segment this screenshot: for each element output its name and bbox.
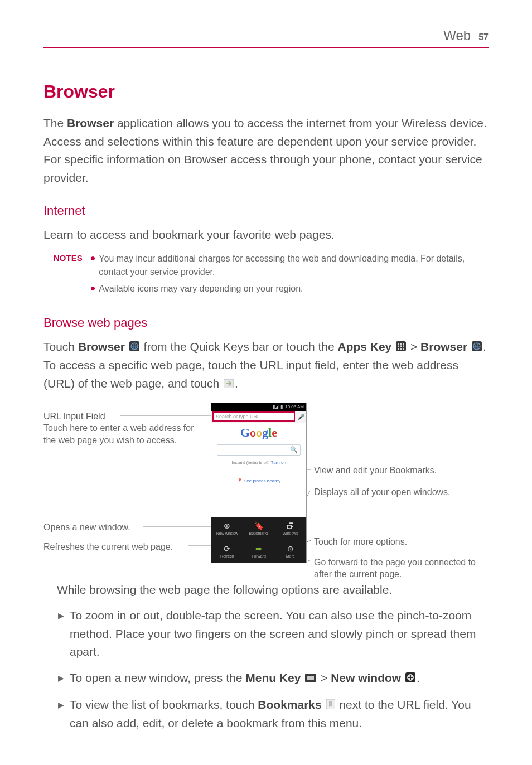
text: To view the list of bookmarks, touch [70,698,258,711]
search-icon: 🔍 [290,446,298,453]
triangle-bullet-icon: ▶ [58,607,64,661]
google-logo: Google [211,423,306,440]
instant-link[interactable]: Turn on [271,460,286,465]
callout-new-window: Opens a new window. [43,521,130,534]
notes-list: ● You may incur additional charges for a… [90,252,489,299]
list-item: ▶ To open a new window, press the Menu K… [58,669,489,688]
svg-rect-6 [398,345,399,347]
note-item: ● Available icons may vary depending on … [90,282,489,296]
places-link[interactable]: 📍 See places nearby [211,478,306,483]
note-text: You may incur additional charges for acc… [99,252,489,279]
menu-forward[interactable]: ➡Forward [243,540,275,563]
phone-mock: ▮◢ ▮ 10:03 AM Search or type URL 🎤 Googl… [211,403,307,563]
internet-body: Learn to access and bookmark your favori… [43,226,489,244]
plus-circle-icon: ⊕ [224,521,230,530]
note-text: Available icons may vary depending on yo… [99,282,303,296]
phone-content: Google 🔍 Instant (beta) is off. Turn on … [211,423,306,518]
svg-rect-9 [398,348,399,350]
go-arrow-icon [224,375,234,394]
browser-globe-icon [129,338,139,357]
svg-rect-11 [403,348,404,350]
bookmark-ribbon-icon [326,696,335,715]
svg-rect-7 [400,345,402,347]
signal-icon: ▮◢ [273,404,278,409]
svg-rect-5 [403,343,404,345]
svg-rect-8 [403,345,404,347]
callout-title: URL Input Field [43,410,209,423]
pin-icon: 📍 [237,478,243,483]
callout-bookmarks: View and edit your Bookmarks. [314,464,437,477]
list-text: To open a new window, press the Menu Key… [70,669,489,688]
list-item: ▶ To zoom in or out, double-tap the scre… [58,607,489,661]
notes-block: NOTES ● You may incur additional charges… [54,252,489,299]
instant-text: Instant (beta) is off. Turn on [211,460,306,465]
menu-more[interactable]: ⊙More [274,540,306,563]
text: Instant (beta) is off. [231,460,270,465]
phone-bottom-menu: ⊕New window 🔖Bookmarks 🗗Windows ⟳Refresh… [211,517,306,563]
svg-rect-24 [307,676,314,677]
keyword-browser: Browser [67,117,114,129]
heading-internet: Internet [43,204,489,218]
new-window-icon [405,670,415,688]
keyword-apps-key: Apps Key [337,340,391,353]
label: More [286,554,295,558]
keyword-browser: Browser [78,340,125,353]
forward-arrow-icon: ➡ [255,544,262,553]
phone-url-bar: Search or type URL 🎤 [211,411,306,423]
svg-rect-26 [307,679,314,680]
text: . [235,377,238,390]
label: Bookmarks [249,531,269,535]
note-item: ● You may incur additional charges for a… [90,252,489,279]
text: See places nearby [244,478,280,483]
battery-icon: ▮ [280,404,283,409]
svg-rect-4 [400,343,402,345]
header-page-number: 57 [478,32,489,42]
page-title: Browser [43,81,489,102]
callout-refresh: Refreshes the current web page. [43,541,173,553]
bookmark-icon: 🔖 [254,521,264,530]
bullet-icon: ● [90,252,96,279]
windows-icon: 🗗 [287,521,294,530]
keyword-new-window: New window [331,671,401,684]
apps-grid-icon [396,338,406,357]
search-box[interactable]: 🔍 [217,444,301,456]
label: Windows [282,531,298,535]
phone-status-bar: ▮◢ ▮ 10:03 AM [211,403,306,411]
status-time: 10:03 AM [285,404,304,409]
header-section: Web [443,28,471,43]
keyword-menu-key: Menu Key [245,671,301,684]
svg-rect-3 [398,343,399,345]
callout-windows: Displays all of your open windows. [314,486,451,498]
label: New window [216,531,238,535]
list-text: To zoom in or out, double-tap the screen… [70,607,489,661]
svg-rect-25 [307,677,314,679]
menu-windows[interactable]: 🗗Windows [274,517,306,540]
text: > [321,671,331,684]
callout-body: Touch here to enter a web address for th… [43,422,209,446]
keyword-bookmarks: Bookmarks [258,698,321,711]
text: > [410,340,420,353]
menu-new-window[interactable]: ⊕New window [211,517,243,540]
triangle-bullet-icon: ▶ [58,669,64,688]
label: Refresh [220,554,234,558]
bullet-icon: ● [90,282,96,296]
triangle-bullet-icon: ▶ [58,696,64,733]
text: from the Quick Keys bar or touch the [144,340,338,353]
mic-icon[interactable]: 🎤 [296,411,306,422]
text: . [417,671,420,684]
menu-refresh[interactable]: ⟳Refresh [211,540,243,563]
text: The [43,117,67,129]
page-header: Web 57 [43,28,489,48]
menu-bookmarks[interactable]: 🔖Bookmarks [243,517,275,540]
browse-body: Touch Browser from the Quick Keys bar or… [43,338,489,394]
url-input-highlight[interactable]: Search or type URL [212,411,295,422]
url-placeholder: Search or type URL [216,414,260,419]
text: Touch [43,340,78,353]
after-intro: While browsing the web page the followin… [57,581,489,599]
callout-url: URL Input Field Touch here to enter a we… [43,410,209,447]
label: Forward [252,554,266,558]
list-text: To view the list of bookmarks, touch Boo… [70,696,489,733]
heading-browse: Browse web pages [43,316,489,330]
list-item: ▶ To view the list of bookmarks, touch B… [58,696,489,733]
menu-key-icon [305,670,316,688]
